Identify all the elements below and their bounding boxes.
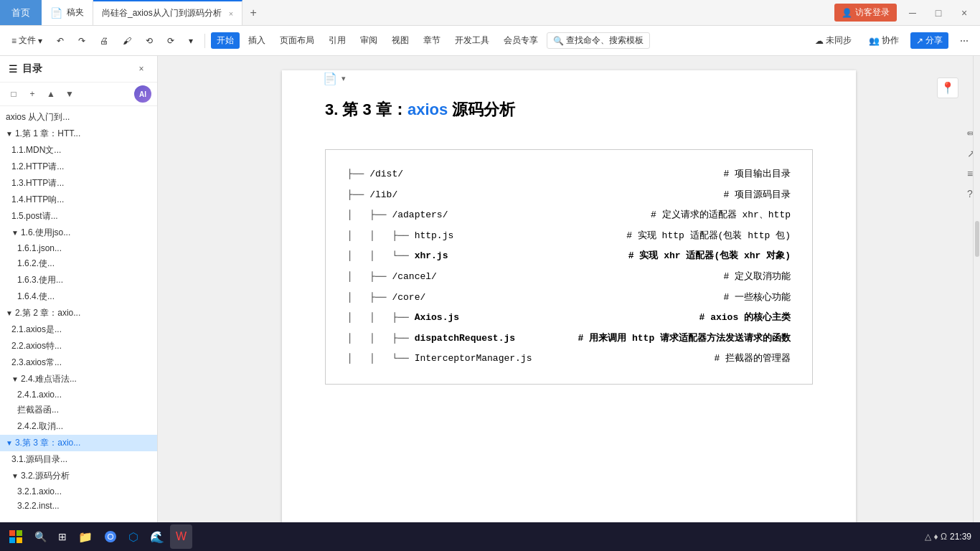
- undo-button[interactable]: ↶: [51, 34, 70, 48]
- tab-home[interactable]: 首页: [0, 0, 42, 25]
- start-tab[interactable]: 开始: [211, 32, 240, 49]
- tree-label-16: 2.4.难点语法...: [21, 373, 77, 385]
- taskbar-search[interactable]: 🔍: [29, 524, 52, 549]
- redo2-button[interactable]: ⟳: [161, 34, 180, 48]
- code-line-9: │ │ └── InterceptorManager.js# 拦截器的管理器: [347, 349, 791, 369]
- review-tab[interactable]: 审阅: [354, 32, 383, 49]
- sidebar-collapse-btn[interactable]: □: [6, 86, 22, 102]
- code-tree-0: ├──: [347, 164, 369, 185]
- tree-label-20: 3.第 3 章：axio...: [15, 437, 80, 449]
- tree-arrow-1: ▼: [6, 130, 13, 138]
- sidebar-tree-item-18[interactable]: 拦截器函...: [0, 402, 157, 418]
- login-button[interactable]: 👤 访客登录: [834, 4, 897, 22]
- print-button[interactable]: 🖨: [94, 34, 114, 48]
- sidebar-ai-button[interactable]: AI: [134, 85, 151, 103]
- sidebar-expand-btn[interactable]: +: [24, 86, 40, 102]
- sidebar-tree-item-4[interactable]: 1.3.HTTP请...: [0, 175, 157, 192]
- member-tab[interactable]: 会员专享: [498, 32, 544, 49]
- taskbar-wps[interactable]: W: [170, 524, 192, 549]
- sync-button[interactable]: ☁ 未同步: [809, 32, 857, 49]
- sidebar-close-icon[interactable]: ×: [134, 62, 149, 76]
- close-tab-icon[interactable]: ×: [229, 9, 233, 18]
- title-right-controls: 👤 访客登录 ─ □ ×: [834, 3, 980, 23]
- content-area[interactable]: 📄 ▾ 3. 第 3 章：axios 源码分析 ├── /dist/# 项目输出…: [158, 56, 980, 528]
- sidebar-tree-item-11[interactable]: 1.6.4.使...: [0, 288, 157, 305]
- search-btn[interactable]: 🔍 查找命令、搜索模板: [547, 32, 650, 49]
- code-tree-6: │ ├──: [347, 288, 392, 309]
- sidebar-tree-item-14[interactable]: 2.2.axios特...: [0, 338, 157, 354]
- page-label-arrow: ▾: [341, 74, 346, 83]
- taskbar-file-explorer[interactable]: 📁: [72, 524, 98, 549]
- review-label: 审阅: [360, 34, 377, 47]
- code-line-7: │ │ ├── Axios.js# axios 的核心主类: [347, 308, 791, 329]
- sidebar-tree-item-3[interactable]: 1.2.HTTP请...: [0, 159, 157, 175]
- code-path-5: /cancel/: [392, 267, 436, 288]
- taskbar-vscode[interactable]: ⬡: [123, 524, 144, 549]
- collab-button[interactable]: 👥 协作: [863, 32, 905, 49]
- sidebar-tree-item-23[interactable]: 3.2.1.axio...: [0, 484, 157, 499]
- sidebar-tree-item-8[interactable]: 1.6.1.json...: [0, 241, 157, 255]
- sidebar-tree-item-19[interactable]: 2.4.2.取消...: [0, 418, 157, 435]
- sidebar-down-btn[interactable]: ▼: [62, 86, 77, 102]
- more-button[interactable]: ▾: [183, 34, 199, 48]
- sidebar-tree-item-2[interactable]: 1.1.MDN文...: [0, 142, 157, 159]
- draft-icon: 📄: [50, 7, 62, 19]
- sidebar-toolbar: □ + ▲ ▼ AI: [0, 83, 157, 106]
- sidebar-tree-item-20[interactable]: ▼ 3.第 3 章：axio...: [0, 435, 157, 451]
- tree-label-9: 1.6.2.使...: [17, 258, 55, 270]
- file-label: 文件: [19, 34, 36, 47]
- sidebar-tree-item-10[interactable]: 1.6.3.使用...: [0, 272, 157, 288]
- close-button[interactable]: ×: [954, 3, 974, 23]
- tab-doc[interactable]: 尚硅谷_axios从入门到源码分析 ×: [93, 0, 242, 25]
- sidebar-tree-item-16[interactable]: ▼ 2.4.难点语法...: [0, 371, 157, 387]
- member-label: 会员专享: [504, 34, 538, 47]
- sidebar-tree-item-0[interactable]: axios 从入门到...: [0, 109, 157, 126]
- tree-arrow-22: ▼: [11, 472, 19, 480]
- sidebar-tree-item-13[interactable]: 2.1.axios是...: [0, 321, 157, 338]
- sidebar-tree-item-17[interactable]: 2.4.1.axio...: [0, 387, 157, 402]
- tree-label-21: 3.1.源码目录...: [11, 453, 67, 466]
- taskbar-system-icons: △ ♦ Ω: [925, 532, 947, 542]
- view-tab[interactable]: 视图: [386, 32, 415, 49]
- sidebar-tree-item-21[interactable]: 3.1.源码目录...: [0, 451, 157, 468]
- tree-label-0: axios 从入门到...: [6, 111, 70, 123]
- file-arrow: ▾: [38, 36, 42, 46]
- sidebar-tree-item-15[interactable]: 2.3.axios常...: [0, 354, 157, 371]
- start-button[interactable]: [3, 524, 29, 549]
- sidebar-tree-item-5[interactable]: 1.4.HTTP响...: [0, 192, 157, 208]
- format-painter-button[interactable]: 🖌: [117, 34, 137, 48]
- svg-rect-0: [9, 530, 15, 536]
- taskbar-task-view[interactable]: ⊞: [52, 524, 72, 549]
- scrollbar[interactable]: [973, 56, 980, 528]
- more-options-button[interactable]: ⋯: [954, 34, 974, 48]
- sidebar-tree-item-24[interactable]: 3.2.2.inst...: [0, 499, 157, 513]
- maximize-button[interactable]: □: [928, 3, 948, 23]
- code-line-2: │ ├── /adapters/# 定义请求的适配器 xhr、http: [347, 205, 791, 226]
- sidebar-up-btn[interactable]: ▲: [43, 86, 59, 102]
- vscode-icon: ⬡: [128, 530, 138, 544]
- dev-tab[interactable]: 开发工具: [449, 32, 495, 49]
- sidebar-tree-item-7[interactable]: ▼ 1.6.使用jso...: [0, 225, 157, 241]
- sidebar-tree-item-6[interactable]: 1.5.post请...: [0, 208, 157, 225]
- menu-button[interactable]: ≡ 文件 ▾: [6, 32, 48, 49]
- sidebar-tree-item-12[interactable]: ▼ 2.第 2 章：axio...: [0, 305, 157, 321]
- layout-tab[interactable]: 页面布局: [274, 32, 320, 49]
- minimize-button[interactable]: ─: [903, 3, 923, 23]
- share-button[interactable]: ↗ 分享: [910, 32, 948, 49]
- edge-icon: 🌊: [150, 530, 164, 544]
- sidebar-header: ☰ 目录 ×: [0, 56, 157, 83]
- taskbar-edge[interactable]: 🌊: [144, 524, 170, 549]
- new-tab-button[interactable]: +: [242, 0, 264, 25]
- sidebar-tree-item-1[interactable]: ▼ 1.第 1 章：HTT...: [0, 126, 157, 142]
- insert-tab[interactable]: 插入: [242, 32, 271, 49]
- taskbar-chrome[interactable]: [98, 524, 123, 549]
- chapter-tab[interactable]: 章节: [418, 32, 446, 49]
- cite-tab[interactable]: 引用: [323, 32, 352, 49]
- sidebar-tree-item-22[interactable]: ▼ 3.2.源码分析: [0, 468, 157, 484]
- dev-label: 开发工具: [455, 34, 489, 47]
- code-comment-5: # 定义取消功能: [723, 267, 791, 288]
- tab-draft[interactable]: 📄 稿夹: [42, 0, 93, 25]
- redo-button[interactable]: ↷: [72, 34, 91, 48]
- undo2-button[interactable]: ⟲: [140, 34, 159, 48]
- sidebar-tree-item-9[interactable]: 1.6.2.使...: [0, 255, 157, 272]
